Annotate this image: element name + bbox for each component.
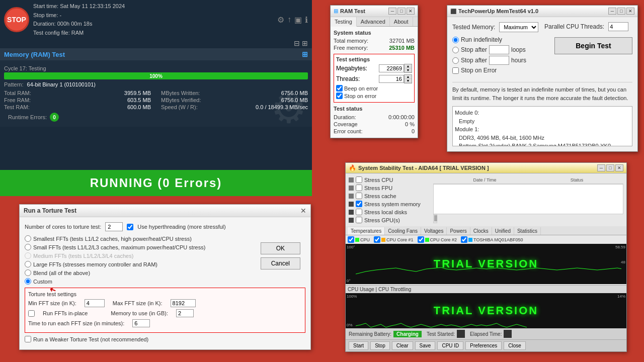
ram-test-close[interactable]: ✕ xyxy=(407,8,415,15)
tab-advanced[interactable]: Advanced xyxy=(357,17,390,26)
run-indefinitely-radio[interactable] xyxy=(452,37,459,43)
cores-input[interactable] xyxy=(105,222,123,231)
tab-voltages[interactable]: Voltages xyxy=(421,227,447,235)
megabytes-down[interactable]: ▼ xyxy=(405,68,412,72)
legend-cpu: CPU xyxy=(348,236,370,243)
tab-clocks[interactable]: Clocks xyxy=(470,227,492,235)
stop-hours-radio[interactable] xyxy=(452,57,459,64)
log-scrollbar[interactable] xyxy=(433,214,437,223)
stress-panel: Stress CPU Stress FPU Stress cache Stres… xyxy=(346,173,626,226)
stop-after-loops-row: Stop after loops xyxy=(452,45,540,54)
test-title-text: Memory (RAM) Test xyxy=(4,51,65,58)
stress-disks-item: Stress local disks xyxy=(349,209,429,215)
window-icon[interactable]: ▣ xyxy=(294,15,302,25)
dialog-body: Number of cores to torture test: Use hyp… xyxy=(20,217,310,349)
beep-checkbox[interactable] xyxy=(336,85,343,92)
upload-icon[interactable]: ↑ xyxy=(287,15,291,25)
tested-memory-select[interactable]: Maximum xyxy=(499,22,538,32)
stress-fpu-label: Stress FPU xyxy=(364,185,392,191)
battery-status-button[interactable]: Charging xyxy=(393,331,422,337)
stability-close-btn[interactable]: Close xyxy=(504,341,526,350)
test-info: Start time: Sat May 11 12:33:15 2024 Sto… xyxy=(33,2,125,37)
export-icon[interactable]: ⊞ xyxy=(302,50,308,58)
time-row: Time to run each FFT size (in minutes): xyxy=(28,319,302,327)
stability-close[interactable]: ✕ xyxy=(615,164,623,171)
test-status-title: Test status xyxy=(334,106,415,112)
minimize-icon[interactable]: ⊟ xyxy=(294,39,300,47)
stability-save-btn[interactable]: Save xyxy=(415,341,436,350)
cache-stress-icon xyxy=(349,194,354,199)
cancel-button[interactable]: Cancel xyxy=(261,257,300,269)
threads-input[interactable] xyxy=(379,75,404,83)
time-input[interactable] xyxy=(132,319,150,327)
tab-about[interactable]: About xyxy=(390,17,413,26)
cores-row: Number of cores to torture test: Use hyp… xyxy=(25,222,305,231)
stability-cpuid-btn[interactable]: CPU ID xyxy=(437,341,463,350)
tab-unified[interactable]: Unified xyxy=(492,227,514,235)
memory-input[interactable] xyxy=(176,309,194,317)
test-title-bar: Memory (RAM) Test ⊞ xyxy=(0,48,312,60)
radio-smallest-label: Smallest FFTs (tests L1/L2 caches, high … xyxy=(33,236,192,242)
megabytes-input[interactable] xyxy=(379,64,404,72)
radio-large-label: Large FFTs (stresses memory controller a… xyxy=(33,261,157,267)
hours-input[interactable] xyxy=(489,56,509,65)
stress-memory-checkbox[interactable] xyxy=(356,201,362,207)
stop-error-checkbox[interactable] xyxy=(336,93,343,99)
memtest-maximize[interactable]: □ xyxy=(617,8,625,15)
stability-start-btn[interactable]: Start xyxy=(349,341,368,350)
hyperthreading-checkbox[interactable] xyxy=(127,224,133,230)
dialog-close-button[interactable]: ✕ xyxy=(300,207,306,215)
min-fft-label: Min FFT size (in K): xyxy=(28,300,76,306)
radio-medium-label: Medium FFTs (tests L1/L2/L3/L4 caches) xyxy=(33,253,133,259)
parallel-cpu-input[interactable] xyxy=(608,22,628,31)
tab-testing[interactable]: Testing xyxy=(331,17,357,27)
memtest-minimize[interactable]: ─ xyxy=(608,8,616,15)
tab-temperatures[interactable]: Temperatures xyxy=(348,227,385,235)
stress-disks-checkbox[interactable] xyxy=(356,209,362,215)
free-memory-label: Free memory: xyxy=(334,45,368,51)
tab-statistics[interactable]: Statistics xyxy=(514,227,541,235)
stress-cpu-item: Stress CPU xyxy=(349,176,429,183)
stop-button[interactable]: STOP xyxy=(4,7,29,32)
status-header: Status xyxy=(571,177,584,183)
stability-maximize[interactable]: □ xyxy=(606,164,614,171)
memtest-title: TechPowerUp MemTest64 v1.0 xyxy=(458,8,538,14)
info-icon[interactable]: ℹ xyxy=(305,15,308,25)
progress-label: 100% xyxy=(4,72,308,79)
memtest-close[interactable]: ✕ xyxy=(626,8,634,15)
max-fft-input[interactable] xyxy=(171,299,196,307)
ram-test-minimize[interactable]: ─ xyxy=(388,8,396,15)
stress-gpu-checkbox[interactable] xyxy=(356,217,362,223)
error-count-row: Error count: 0 xyxy=(334,128,415,135)
weaker-test-checkbox[interactable] xyxy=(25,336,31,342)
threads-down[interactable]: ▼ xyxy=(405,79,412,83)
threads-up[interactable]: ▲ xyxy=(405,75,412,79)
min-fft-input[interactable] xyxy=(85,299,105,307)
techpowerup-icon: ⬛ xyxy=(450,9,456,14)
stop-on-error-checkbox[interactable] xyxy=(452,67,459,74)
free-memory-val: 25310 MB xyxy=(389,45,415,51)
ok-button[interactable]: OK xyxy=(261,242,300,254)
ram-test-maximize[interactable]: □ xyxy=(397,8,406,15)
tab-powers[interactable]: Powers xyxy=(447,227,470,235)
gear-icon[interactable]: ⚙ xyxy=(277,15,284,25)
system-status-title: System status xyxy=(334,30,415,36)
test-status-box: Test status Duration: 0:00:00:00 Coverag… xyxy=(334,106,415,135)
tab-cooling-fans[interactable]: Cooling Fans xyxy=(385,227,421,235)
config-file: Test config file: RAM xyxy=(33,29,125,38)
stability-stop-btn[interactable]: Stop xyxy=(370,341,390,350)
stability-minimize[interactable]: ─ xyxy=(597,164,605,171)
loops-input[interactable] xyxy=(489,45,509,54)
begin-test-button[interactable]: Begin Test xyxy=(554,37,632,54)
stress-cache-checkbox[interactable] xyxy=(356,193,362,199)
progress-bar: 100% xyxy=(4,72,308,79)
stability-clear-btn[interactable]: Clear xyxy=(392,341,413,350)
megabytes-up[interactable]: ▲ xyxy=(405,64,412,68)
error-count-val: 0 xyxy=(412,128,415,134)
stability-prefs-btn[interactable]: Preferences xyxy=(465,341,502,350)
stop-loops-radio[interactable] xyxy=(452,47,459,53)
stress-cpu-checkbox[interactable] xyxy=(356,176,362,183)
maximize-icon[interactable]: ⊞ xyxy=(302,39,308,47)
run-ffts-checkbox[interactable] xyxy=(28,310,35,317)
stress-fpu-checkbox[interactable] xyxy=(356,185,362,191)
